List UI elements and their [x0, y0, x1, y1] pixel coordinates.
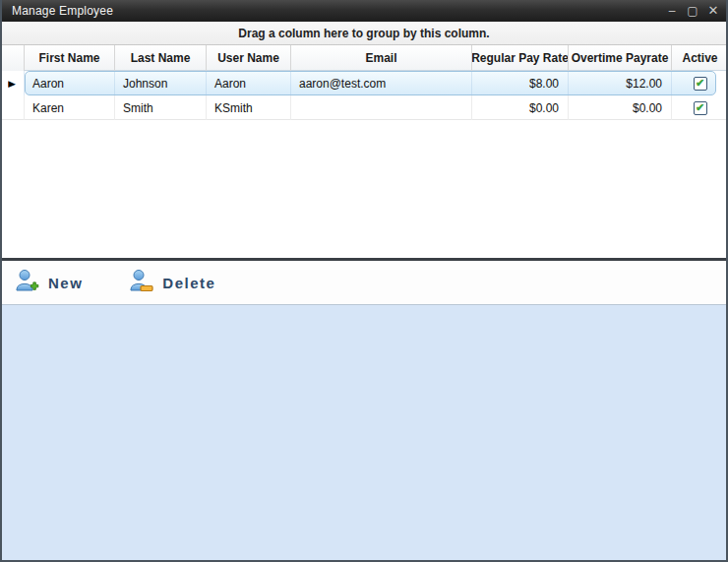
cell-first-name: Karen	[25, 95, 115, 120]
column-header-regular-pay-rate[interactable]: Regular Pay Rate	[472, 45, 569, 71]
grid-empty-area	[0, 120, 728, 258]
cell-user-name: Aaron	[207, 71, 291, 95]
manage-employee-window: Manage Employee – ▢ ✕ Drag a column here…	[0, 0, 728, 562]
window-title: Manage Employee	[12, 4, 113, 18]
active-checkbox[interactable]: ✔	[694, 101, 707, 115]
titlebar: Manage Employee – ▢ ✕	[0, 0, 728, 22]
cell-overtime-payrate: $12.00	[569, 71, 672, 95]
group-by-bar[interactable]: Drag a column here to group by this colu…	[0, 22, 728, 45]
active-checkbox[interactable]: ✔	[694, 77, 707, 91]
column-header-email[interactable]: Email	[291, 45, 472, 71]
new-button-label: New	[48, 275, 83, 291]
cell-last-name: Smith	[115, 95, 207, 120]
column-header-last-name[interactable]: Last Name	[115, 45, 207, 71]
delete-button[interactable]: Delete	[128, 268, 215, 298]
close-icon[interactable]: ✕	[706, 2, 720, 20]
person-add-icon	[14, 268, 40, 298]
toolbar: New Delete	[0, 261, 728, 305]
cell-overtime-payrate: $0.00	[569, 95, 672, 120]
table-row-aaron[interactable]: ▶ Aaron Johnson Aaron aaron@test.com $8.…	[0, 71, 728, 95]
grid-header: First Name Last Name User Name Email Reg…	[0, 45, 728, 71]
delete-button-label: Delete	[162, 275, 215, 291]
cell-email: aaron@test.com	[291, 71, 472, 95]
minimize-icon[interactable]: –	[665, 2, 679, 20]
cell-email	[291, 95, 472, 120]
cell-regular-pay-rate: $0.00	[472, 95, 569, 120]
table-row-karen[interactable]: Karen Smith KSmith $0.00 $0.00 ✔	[0, 95, 728, 120]
check-icon: ✔	[696, 78, 704, 89]
check-icon: ✔	[696, 102, 704, 113]
new-button[interactable]: New	[14, 268, 83, 298]
row-indicator-header	[0, 45, 25, 71]
cell-last-name: Johnson	[115, 71, 207, 95]
column-header-overtime-payrate[interactable]: Overtime Payrate	[569, 45, 672, 71]
maximize-icon[interactable]: ▢	[686, 2, 699, 20]
person-remove-icon	[128, 268, 154, 298]
column-header-first-name[interactable]: First Name	[25, 45, 115, 71]
column-header-user-name[interactable]: User Name	[207, 45, 291, 71]
cell-user-name: KSmith	[207, 95, 291, 120]
column-header-active[interactable]: Active	[672, 45, 728, 71]
employee-form: First Name: Last Name: User Name: Passwo…	[0, 305, 728, 560]
cell-regular-pay-rate: $8.00	[472, 71, 569, 95]
cell-first-name: Aaron	[25, 71, 115, 95]
selected-row-arrow-icon: ▶	[8, 79, 16, 89]
